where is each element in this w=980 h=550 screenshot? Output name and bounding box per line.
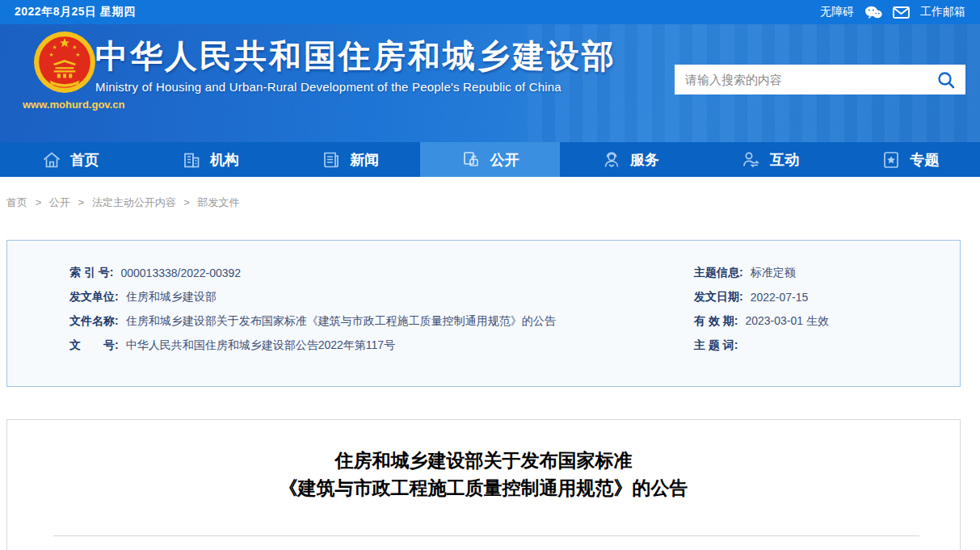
disclosure-icon — [461, 149, 482, 170]
breadcrumb-separator: > — [183, 196, 190, 208]
info-value: 住房和城乡建设部关于发布国家标准《建筑与市政工程施工质量控制通用规范》的公告 — [126, 314, 556, 329]
breadcrumb-disclosure[interactable]: 公开 — [49, 196, 70, 208]
nav-label: 服务 — [630, 150, 659, 170]
info-value: 2022-07-15 — [751, 291, 809, 304]
nav-item-organization[interactable]: 机构 — [140, 142, 280, 177]
breadcrumb-ministry-documents[interactable]: 部发文件 — [198, 196, 240, 208]
main-nav: 首页 机构 新闻 公开 服务 互动 专题 — [0, 142, 980, 177]
article-title: 住房和城乡建设部关于发布国家标准 《建筑与市政工程施工质量控制通用规范》的公告 — [7, 447, 960, 502]
info-label: 文件名称: — [69, 314, 119, 329]
nav-label: 新闻 — [350, 150, 379, 170]
organization-icon — [181, 149, 202, 170]
info-value: 中华人民共和国住房和城乡建设部公告2022年第117号 — [126, 338, 395, 353]
accessibility-link[interactable]: 无障碍 — [820, 5, 854, 19]
info-row-subject-info: 主题信息: 标准定额 — [694, 261, 960, 285]
article-card: 住房和城乡建设部关于发布国家标准 《建筑与市政工程施工质量控制通用规范》的公告 … — [6, 419, 961, 550]
nav-item-disclosure[interactable]: 公开 — [420, 142, 560, 177]
nav-label: 互动 — [770, 150, 799, 170]
info-row-effective-date: 有 效 期: 2023-03-01 生效 — [694, 309, 960, 334]
topics-icon — [881, 149, 902, 170]
work-mailbox-link[interactable]: 工作邮箱 — [920, 5, 965, 19]
info-label: 主 题 词: — [694, 338, 738, 353]
breadcrumb-separator: > — [78, 196, 84, 208]
current-date: 2022年8月25日 星期四 — [15, 5, 135, 19]
breadcrumb-separator: > — [36, 196, 42, 208]
info-row-document-name: 文件名称: 住房和城乡建设部关于发布国家标准《建筑与市政工程施工质量控制通用规范… — [69, 309, 694, 334]
breadcrumb: 首页 > 公开 > 法定主动公开内容 > 部发文件 — [0, 177, 980, 210]
nav-item-interaction[interactable]: 互动 — [700, 142, 839, 177]
info-label: 索 引 号: — [69, 266, 113, 280]
title-divider — [53, 535, 919, 536]
news-icon — [321, 149, 342, 170]
breadcrumb-home[interactable]: 首页 — [6, 196, 27, 208]
nav-label: 机构 — [210, 150, 239, 170]
info-value: 2023-03-01 生效 — [745, 314, 829, 329]
site-header: www.mohurd.gov.cn 中华人民共和国住房和城乡建设部 Minist… — [0, 24, 980, 142]
info-row-issuing-unit: 发文单位: 住房和城乡建设部 — [69, 285, 694, 309]
info-value: 000013338/2022-00392 — [120, 267, 241, 279]
info-label: 主题信息: — [694, 266, 743, 280]
info-row-keywords: 主 题 词: — [694, 334, 960, 358]
nav-item-services[interactable]: 服务 — [560, 142, 700, 177]
nav-label: 首页 — [70, 150, 99, 170]
info-label: 文 号: — [69, 338, 119, 353]
site-subtitle: Ministry of Housing and Urban-Rural Deve… — [95, 80, 616, 94]
national-emblem-logo — [33, 82, 96, 96]
info-value: 标准定额 — [751, 266, 796, 280]
search-input[interactable] — [685, 73, 937, 86]
nav-label: 专题 — [910, 150, 939, 170]
breadcrumb-statutory-content[interactable]: 法定主动公开内容 — [92, 196, 176, 208]
nav-label: 公开 — [490, 150, 519, 170]
nav-item-home[interactable]: 首页 — [0, 142, 140, 177]
info-label: 发文单位: — [69, 290, 119, 304]
info-row-document-number: 文 号: 中华人民共和国住房和城乡建设部公告2022年第117号 — [69, 334, 694, 358]
service-icon — [601, 149, 622, 170]
info-value: 住房和城乡建设部 — [126, 290, 217, 304]
search-box — [675, 65, 965, 94]
article-title-line1: 住房和城乡建设部关于发布国家标准 — [7, 447, 960, 474]
info-row-issue-date: 发文日期: 2022-07-15 — [694, 285, 960, 309]
nav-item-news[interactable]: 新闻 — [280, 142, 420, 177]
mail-icon — [893, 6, 910, 19]
info-label: 有 效 期: — [694, 314, 738, 329]
wechat-icon[interactable] — [864, 6, 882, 19]
info-row-index-number: 索 引 号: 000013338/2022-00392 — [69, 261, 694, 285]
search-icon[interactable] — [937, 71, 955, 89]
interaction-icon — [741, 149, 762, 170]
article-title-line2: 《建筑与市政工程施工质量控制通用规范》的公告 — [7, 474, 960, 502]
nav-item-topics[interactable]: 专题 — [840, 142, 980, 177]
info-label: 发文日期: — [694, 290, 743, 304]
site-url: www.mohurd.gov.cn — [23, 99, 107, 111]
site-title: 中华人民共和国住房和城乡建设部 — [95, 37, 616, 74]
document-info-card: 索 引 号: 000013338/2022-00392 发文单位: 住房和城乡建… — [6, 240, 961, 387]
home-icon — [41, 149, 62, 170]
top-bar: 2022年8月25日 星期四 无障碍 工作邮箱 — [0, 0, 980, 24]
